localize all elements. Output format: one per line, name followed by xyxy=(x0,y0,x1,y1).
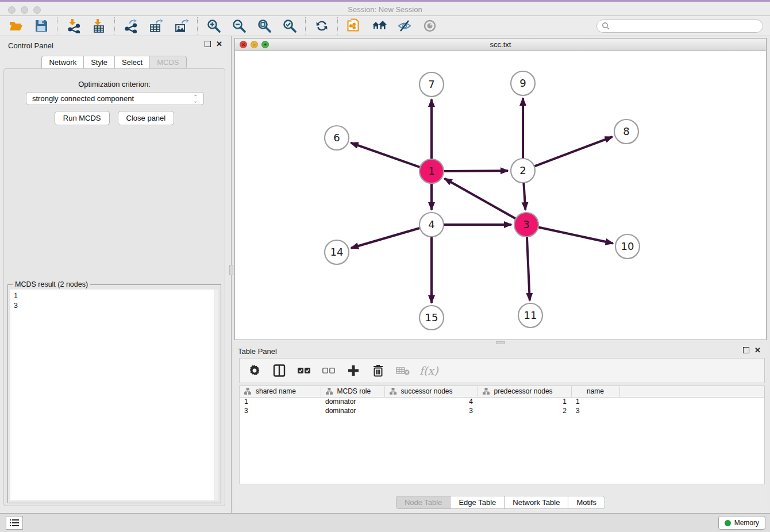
edge-2-3[interactable] xyxy=(523,181,525,210)
network-canvas[interactable]: 7968124314101511 xyxy=(235,51,766,340)
svg-text:9: 9 xyxy=(519,77,526,89)
mcds-result-lines: 1 3 xyxy=(10,290,218,313)
delete-column-trash-icon[interactable] xyxy=(370,363,386,379)
export-image-icon[interactable] xyxy=(174,18,189,34)
split-view-icon[interactable] xyxy=(271,363,287,379)
cell-name[interactable]: 3 xyxy=(571,406,619,415)
table-panel-close-icon[interactable]: ✕ xyxy=(754,347,761,353)
control-panel-title: Control Panel xyxy=(8,41,53,50)
svg-text:11: 11 xyxy=(524,309,537,321)
edge-3-10[interactable] xyxy=(537,227,613,244)
cell-shared-name[interactable]: 3 xyxy=(240,406,321,415)
zoom-selected-icon[interactable] xyxy=(282,18,297,34)
deselect-all-checkboxes-icon[interactable] xyxy=(321,363,337,379)
column-header-MCDS-role[interactable]: MCDS role xyxy=(321,386,384,397)
memory-button[interactable]: Memory xyxy=(718,516,765,530)
cell-MCDS-role[interactable]: dominator xyxy=(321,406,384,415)
close-panel-button[interactable]: Close panel xyxy=(118,111,175,125)
vertical-splitter-handle[interactable] xyxy=(229,265,233,275)
table-panel-float-icon[interactable] xyxy=(743,347,749,353)
graph-node-8[interactable]: 8 xyxy=(614,119,638,144)
zoom-fit-icon[interactable] xyxy=(256,18,272,34)
search-field[interactable] xyxy=(596,20,763,33)
graph-node-1[interactable]: 1 xyxy=(419,159,444,183)
hide-selected-eye-icon[interactable] xyxy=(396,18,412,34)
edge-1-6[interactable] xyxy=(351,143,422,168)
graph-node-6[interactable]: 6 xyxy=(325,126,349,150)
table-row[interactable]: 3dominator323 xyxy=(240,406,764,415)
edge-3-11[interactable] xyxy=(527,235,530,300)
column-header-predecessor-nodes[interactable]: predecessor nodes xyxy=(478,386,571,397)
save-session-icon[interactable] xyxy=(33,18,49,34)
tab-edge-table[interactable]: Edge Table xyxy=(450,496,504,509)
edge-4-14[interactable] xyxy=(351,228,422,248)
right-column: ✕ − + scc.txt 7968124314101511 Table Pan… xyxy=(234,36,767,513)
import-table-icon[interactable] xyxy=(91,18,106,34)
network-view-window: ✕ − + scc.txt 7968124314101511 xyxy=(234,38,767,340)
graph-node-15[interactable]: 15 xyxy=(419,306,444,330)
graph-node-7[interactable]: 7 xyxy=(419,72,444,97)
graph-node-10[interactable]: 10 xyxy=(615,234,640,259)
tab-select[interactable]: Select xyxy=(114,56,149,69)
control-panel-float-icon[interactable] xyxy=(205,41,211,47)
export-table-icon[interactable] xyxy=(148,18,164,34)
network-window-titlebar[interactable]: ✕ − + scc.txt xyxy=(235,38,766,51)
edge-2-8[interactable] xyxy=(533,137,613,167)
cell-predecessor-nodes[interactable]: 2 xyxy=(478,406,571,415)
select-all-checkboxes-icon[interactable] xyxy=(296,363,312,379)
mcds-result-textarea[interactable]: 1 3 xyxy=(10,290,218,500)
cell-shared-name[interactable]: 1 xyxy=(240,397,321,406)
cell-successor-nodes[interactable]: 3 xyxy=(384,406,478,415)
tab-node-table[interactable]: Node Table xyxy=(396,496,451,509)
add-column-icon[interactable] xyxy=(345,363,361,379)
task-history-button[interactable] xyxy=(6,516,23,530)
function-builder-icon[interactable]: f(x) xyxy=(419,364,438,377)
tab-style[interactable]: Style xyxy=(83,56,114,69)
mcds-result-group: MCDS result (2 nodes) 1 3 xyxy=(7,284,221,503)
optimization-criterion-label: Optimization criterion: xyxy=(4,80,225,88)
cell-predecessor-nodes[interactable]: 1 xyxy=(478,397,571,406)
import-network-icon[interactable] xyxy=(66,18,81,34)
graph-node-3[interactable]: 3 xyxy=(514,213,538,237)
graph-node-9[interactable]: 9 xyxy=(511,71,535,95)
svg-text:3: 3 xyxy=(523,218,529,230)
zoom-in-icon[interactable] xyxy=(206,18,221,34)
column-header-successor-nodes[interactable]: successor nodes xyxy=(384,386,478,397)
tab-network[interactable]: Network xyxy=(41,56,83,69)
result-scrollbar[interactable] xyxy=(214,290,218,500)
run-mcds-button[interactable]: Run MCDS xyxy=(55,111,110,125)
refresh-view-icon[interactable] xyxy=(314,18,329,34)
memory-status-icon xyxy=(725,520,731,526)
tab-motifs[interactable]: Motifs xyxy=(568,496,605,509)
column-header-filler xyxy=(619,386,764,397)
delete-table-icon[interactable] xyxy=(395,363,411,379)
vertical-splitter[interactable] xyxy=(228,36,234,513)
graph-node-11[interactable]: 11 xyxy=(518,303,542,327)
optimization-criterion-dropdown[interactable]: strongly connected component ⌃⌃ xyxy=(26,92,204,105)
export-network-icon[interactable] xyxy=(123,18,138,34)
graph-node-14[interactable]: 14 xyxy=(325,240,349,264)
show-hidden-eye-icon[interactable] xyxy=(422,18,437,34)
svg-text:6: 6 xyxy=(333,132,340,144)
home-hierarchy-icon[interactable] xyxy=(371,18,387,34)
cell-MCDS-role[interactable]: dominator xyxy=(321,397,384,406)
graph-node-4[interactable]: 4 xyxy=(419,213,444,237)
edge-3-1[interactable] xyxy=(445,179,518,219)
cell-successor-nodes[interactable]: 4 xyxy=(384,397,478,406)
main-toolbar xyxy=(0,16,770,36)
graph-node-2[interactable]: 2 xyxy=(511,159,535,183)
column-header-name[interactable]: name xyxy=(571,386,619,397)
duplicate-network-icon[interactable] xyxy=(346,18,361,34)
search-input[interactable] xyxy=(613,22,758,30)
table-row[interactable]: 1dominator411 xyxy=(240,397,764,406)
horizontal-splitter-handle[interactable] xyxy=(496,341,505,344)
edge-1-2[interactable] xyxy=(442,171,508,171)
cell-name[interactable]: 1 xyxy=(571,397,619,406)
tab-mcds[interactable]: MCDS xyxy=(149,56,186,69)
open-session-icon[interactable] xyxy=(8,18,24,34)
zoom-out-icon[interactable] xyxy=(231,18,247,34)
control-panel-close-icon[interactable]: ✕ xyxy=(216,41,222,47)
settings-gear-icon[interactable] xyxy=(247,363,263,379)
tab-network-table[interactable]: Network Table xyxy=(504,496,568,509)
column-header-shared-name[interactable]: shared name xyxy=(240,386,321,397)
